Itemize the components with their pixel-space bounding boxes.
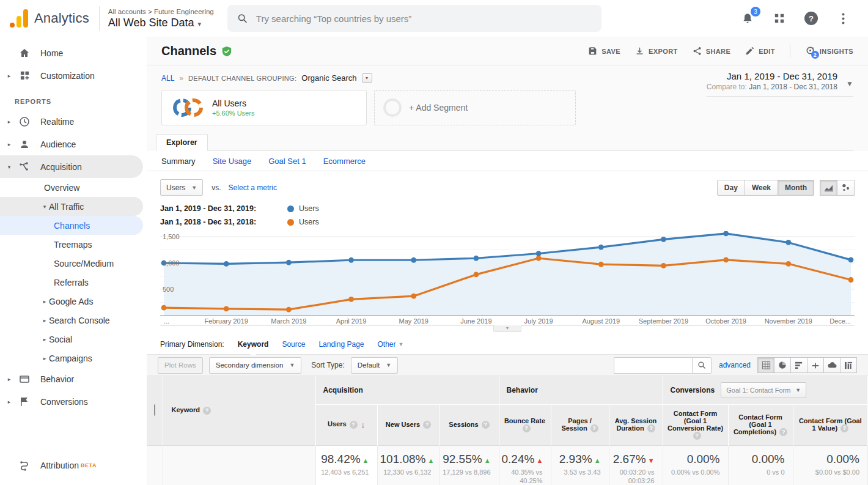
sidebar-item-campaigns[interactable]: Campaigns	[0, 349, 147, 368]
column-header-goal-completions[interactable]: Contact Form (Goal 1 Completions)	[728, 404, 793, 445]
line-chart-button[interactable]	[820, 180, 837, 196]
motion-chart-button[interactable]	[837, 180, 855, 196]
keyword-column-header[interactable]: Keyword	[163, 376, 315, 445]
export-button[interactable]: EXPORT	[635, 46, 678, 56]
table-search-button[interactable]	[692, 357, 712, 374]
performance-view-button[interactable]	[790, 357, 807, 373]
apps-button[interactable]	[771, 10, 787, 26]
column-header-bounce-rate[interactable]: Bounce Rate	[499, 404, 551, 445]
select-metric-link[interactable]: Select a metric	[229, 183, 277, 192]
attribution-icon	[18, 459, 31, 472]
sidebar-item-referrals[interactable]: Referrals	[0, 273, 147, 292]
sidebar-item-treemaps[interactable]: Treemaps	[0, 235, 147, 254]
term-cloud-view-button[interactable]	[823, 357, 840, 373]
help-button[interactable]: ?	[803, 10, 819, 26]
share-button[interactable]: SHARE	[693, 46, 731, 56]
column-header-sessions[interactable]: Sessions	[440, 404, 499, 445]
help-icon[interactable]	[590, 424, 598, 432]
traffic-chart[interactable]: 5001,0001,500...February 2019March 2019A…	[160, 231, 855, 325]
grouping-label: DEFAULT CHANNEL GROUPING:	[188, 75, 296, 82]
sidebar-item-overview[interactable]: Overview	[0, 178, 147, 197]
breadcrumb-all-link[interactable]: ALL	[161, 74, 174, 83]
svg-text:1,000: 1,000	[163, 259, 180, 267]
column-header-goal-value[interactable]: Contact Form (Goal 1 Value)	[793, 404, 867, 445]
column-header-new-users[interactable]: New Users	[377, 404, 440, 445]
analytics-logo-icon[interactable]	[10, 9, 28, 28]
date-range-selector[interactable]: Jan 1, 2019 - Dec 31, 2019 Compare to: J…	[707, 71, 853, 97]
secondary-dimension-dropdown[interactable]: Secondary dimension ▼	[209, 357, 302, 374]
help-icon[interactable]	[647, 424, 655, 432]
svg-text:...: ...	[164, 317, 169, 325]
granularity-month-button[interactable]: Month	[778, 180, 814, 196]
add-segment-button[interactable]: + Add Segment	[374, 90, 576, 125]
notifications-button[interactable]: 3	[740, 10, 756, 26]
dimension-other[interactable]: Other	[378, 340, 396, 349]
column-header-goal-conversion-rate[interactable]: Contact Form (Goal 1 Conversion Rate)	[663, 404, 728, 445]
sidebar-item-source-medium[interactable]: Source/Medium	[0, 254, 147, 273]
sidebar-item-all-traffic[interactable]: All Traffic	[0, 197, 143, 216]
compare-value: Jan 1, 2018 - Dec 31, 2018	[749, 83, 837, 91]
help-icon[interactable]	[693, 432, 701, 440]
select-all-checkbox[interactable]	[154, 404, 155, 416]
summary-checkbox-cell	[147, 445, 163, 485]
goal-selector-dropdown[interactable]: Goal 1: Contact Form ▼	[721, 382, 806, 398]
dimension-keyword[interactable]: Keyword	[238, 340, 269, 349]
tab-explorer[interactable]: Explorer	[156, 134, 208, 151]
segment-all-users[interactable]: All Users +5.60% Users	[161, 90, 367, 125]
insights-button[interactable]: 2 INSIGHTS	[805, 46, 853, 56]
edit-button[interactable]: EDIT	[745, 46, 775, 56]
sidebar-item-home[interactable]: Home	[0, 42, 147, 64]
sidebar-item-google-ads[interactable]: Google Ads	[0, 292, 147, 311]
granularity-week-button[interactable]: Week	[745, 180, 778, 196]
table-search-input[interactable]	[614, 357, 692, 374]
column-header-avg-session-duration[interactable]: Avg. Session Duration	[609, 404, 663, 445]
sidebar-item-channels[interactable]: Channels	[0, 216, 143, 235]
sidebar-item-acquisition[interactable]: Acquisition	[0, 155, 143, 178]
sidebar-item-audience[interactable]: Audience	[0, 133, 147, 155]
column-header-pages-session[interactable]: Pages / Session	[551, 404, 609, 445]
subtab-ecommerce[interactable]: Ecommerce	[323, 157, 366, 166]
account-breadcrumb[interactable]: All accounts > Future Engineering	[108, 7, 214, 16]
help-icon[interactable]	[423, 421, 431, 429]
granularity-day-button[interactable]: Day	[717, 180, 745, 196]
collapse-icon	[40, 204, 49, 210]
vs-label: vs.	[211, 183, 221, 192]
subtab-site-usage[interactable]: Site Usage	[213, 157, 252, 166]
help-icon[interactable]	[840, 424, 848, 432]
global-search[interactable]	[227, 5, 601, 32]
data-view-button[interactable]	[757, 357, 774, 373]
percent-view-button[interactable]	[774, 357, 791, 373]
sidebar-item-conversions[interactable]: Conversions	[0, 390, 147, 413]
sidebar-item-behavior[interactable]: Behavior	[0, 368, 147, 390]
plot-rows-button[interactable]: Plot Rows	[158, 357, 203, 374]
help-icon[interactable]	[350, 421, 358, 429]
dimension-landing-page[interactable]: Landing Page	[318, 340, 364, 349]
pivot-view-button[interactable]	[840, 357, 857, 373]
sort-type-dropdown[interactable]: Default ▼	[351, 357, 398, 374]
summary-row: 98.42%▲ 12,403 vs 6,251 101.08%▲ 12,330 …	[147, 445, 868, 485]
subtab-summary[interactable]: Summary	[161, 157, 196, 166]
chart-collapse-handle[interactable]: ▼	[493, 325, 521, 332]
subtab-goal-set-1[interactable]: Goal Set 1	[268, 157, 306, 166]
help-icon[interactable]	[779, 428, 787, 436]
sidebar-item-social[interactable]: Social	[0, 330, 147, 349]
help-icon[interactable]	[482, 421, 490, 429]
grouping-dropdown[interactable]: ▾	[362, 73, 372, 83]
sidebar-item-realtime[interactable]: Realtime	[0, 110, 147, 133]
search-input[interactable]	[256, 13, 592, 24]
table-toolbar: Plot Rows Secondary dimension ▼ Sort Typ…	[147, 354, 868, 376]
advanced-search-link[interactable]: advanced	[719, 361, 751, 369]
help-icon[interactable]	[203, 407, 211, 415]
sidebar-item-attribution[interactable]: Attribution BETA	[0, 454, 147, 476]
column-header-users[interactable]: Users	[315, 404, 377, 445]
property-selector[interactable]: All Web Site Data	[108, 16, 214, 30]
save-button[interactable]: SAVE	[588, 46, 620, 56]
help-icon[interactable]	[523, 424, 531, 432]
summary-pages-session: 2.93%▲ 3.53 vs 3.43	[551, 445, 609, 485]
more-menu-button[interactable]	[835, 10, 851, 26]
dimension-source[interactable]: Source	[282, 340, 305, 349]
metric-dropdown[interactable]: Users ▼	[160, 179, 203, 196]
sidebar-item-customization[interactable]: Customization	[0, 64, 147, 87]
comparison-view-button[interactable]	[807, 357, 824, 373]
sidebar-item-search-console[interactable]: Search Console	[0, 311, 147, 330]
